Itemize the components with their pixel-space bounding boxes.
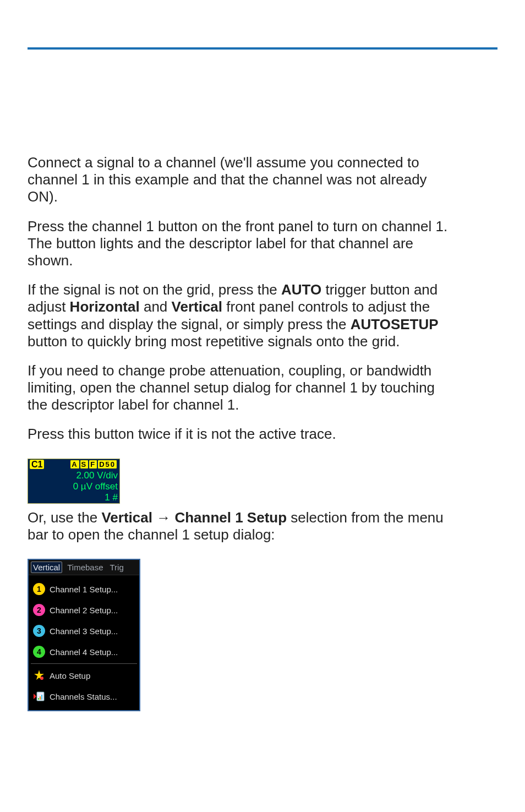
document-body: Connect a signal to a channel (we'll ass… <box>28 154 451 711</box>
menu-item-channels-status[interactable]: Channels Status... <box>29 686 139 707</box>
auto-setup-icon <box>33 669 45 682</box>
svg-marker-2 <box>34 694 36 699</box>
paragraph-auto-trigger: If the signal is not on the grid, press … <box>28 281 451 350</box>
bold-auto: AUTO <box>281 281 321 298</box>
svg-rect-5 <box>40 696 41 700</box>
text: and <box>140 298 172 315</box>
menu-items: 1 Channel 1 Setup... 2 Channel 2 Setup..… <box>29 575 139 710</box>
text: If the signal is not on the grid, press … <box>28 281 281 298</box>
badge-a: A <box>70 460 79 468</box>
descriptor-row-vdiv: 2.00 V/div <box>28 470 119 481</box>
descriptor-hash: 1 # <box>105 492 118 503</box>
badge-d50: D50 <box>98 460 117 468</box>
channel-descriptor-label[interactable]: C1 ASFD50 2.00 V/div 0 µV offset 1 # <box>28 459 120 504</box>
menu-item-label: Channel 4 Setup... <box>50 647 118 657</box>
descriptor-row-hash: 1 # <box>28 492 119 503</box>
channels-status-icon <box>33 690 45 702</box>
arrow-right-icon: → <box>152 509 174 526</box>
descriptor-badges: ASFD50 <box>70 459 118 470</box>
tab-vertical[interactable]: Vertical <box>31 562 62 573</box>
menu-item-channel1-setup[interactable]: 1 Channel 1 Setup... <box>29 579 139 600</box>
paragraph-intro: Connect a signal to a channel (we'll ass… <box>28 154 451 206</box>
menu-item-label: Channel 1 Setup... <box>50 585 118 594</box>
badge-s: S <box>80 460 89 468</box>
bold-vertical-menu: Vertical <box>101 509 152 526</box>
bold-channel1-setup: Channel 1 Setup <box>174 509 287 526</box>
menu-item-label: Channel 3 Setup... <box>50 626 118 636</box>
text: button to quickly bring most repetitive … <box>28 333 400 350</box>
menu-item-channel2-setup[interactable]: 2 Channel 2 Setup... <box>29 600 139 620</box>
svg-point-1 <box>40 677 43 680</box>
vertical-menu: Vertical Timebase Trig 1 Channel 1 Setup… <box>28 559 140 711</box>
menu-item-channel4-setup[interactable]: 4 Channel 4 Setup... <box>29 641 139 662</box>
text: Or, use the <box>28 509 101 526</box>
channel-2-icon: 2 <box>33 604 45 616</box>
descriptor-row-top: C1 ASFD50 <box>28 459 119 470</box>
menu-item-label: Auto Setup <box>50 671 90 680</box>
menu-item-label: Channels Status... <box>50 692 117 701</box>
channel-chip: C1 <box>30 460 44 469</box>
menu-item-auto-setup[interactable]: Auto Setup <box>29 665 139 686</box>
channel-4-icon: 4 <box>33 646 45 658</box>
bold-horizontal: Horizontal <box>70 298 140 315</box>
badge-f: F <box>89 460 97 468</box>
channel-3-icon: 3 <box>33 625 45 637</box>
channel-1-icon: 1 <box>33 583 45 595</box>
paragraph-or-use-menu: Or, use the Vertical → Channel 1 Setup s… <box>28 509 451 543</box>
svg-rect-4 <box>38 698 39 700</box>
bold-vertical: Vertical <box>172 298 223 315</box>
tab-trig[interactable]: Trig <box>108 562 125 573</box>
svg-rect-6 <box>41 695 42 700</box>
paragraph-change-probe: If you need to change probe attenuation,… <box>28 362 451 414</box>
menu-item-channel3-setup[interactable]: 3 Channel 3 Setup... <box>29 620 139 641</box>
tab-timebase[interactable]: Timebase <box>65 562 105 573</box>
paragraph-press-twice: Press this button twice if it is not the… <box>28 426 451 443</box>
bold-autosetup: AUTOSETUP <box>351 316 439 333</box>
menu-separator <box>31 663 137 664</box>
paragraph-press-channel: Press the channel 1 button on the front … <box>28 218 451 270</box>
descriptor-offset: 0 µV offset <box>73 481 118 492</box>
descriptor-row-offset: 0 µV offset <box>28 481 119 492</box>
menu-tabs: Vertical Timebase Trig <box>29 560 139 575</box>
header-accent-bar <box>28 47 497 50</box>
menu-item-label: Channel 2 Setup... <box>50 606 118 615</box>
descriptor-vdiv: 2.00 V/div <box>76 470 118 481</box>
